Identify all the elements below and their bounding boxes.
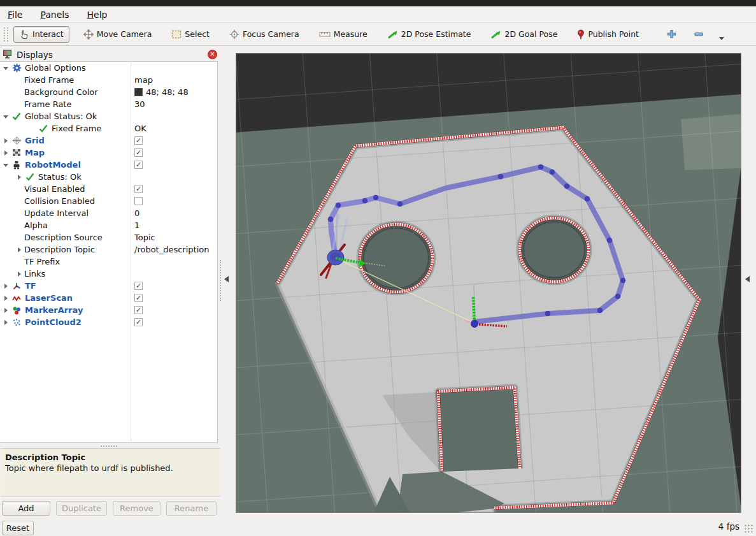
- expander-closed-icon[interactable]: [3, 137, 10, 144]
- row-label: Alpha: [24, 221, 48, 230]
- expander-closed-icon[interactable]: [16, 270, 23, 277]
- tree-row-background-color[interactable]: Background Color48; 48; 48: [0, 86, 217, 98]
- row-value-cell: ✓: [131, 306, 217, 314]
- tree-row-update-interval[interactable]: Update Interval0: [0, 207, 217, 219]
- render-viewport[interactable]: [236, 53, 741, 513]
- add-tool-button[interactable]: [663, 26, 680, 42]
- property-value[interactable]: OK: [134, 124, 146, 133]
- expander-closed-icon[interactable]: [3, 149, 10, 156]
- tool-focus-camera[interactable]: Focus Camera: [224, 26, 305, 43]
- tree-row-robotmodel[interactable]: RobotModel✓: [0, 159, 217, 171]
- property-value[interactable]: 30: [134, 99, 145, 109]
- expander-spacer: [16, 198, 23, 205]
- menu-panels[interactable]: Panels: [40, 10, 69, 20]
- laserscan-icon: [11, 293, 22, 303]
- expander-spacer: [29, 125, 36, 132]
- tool-publish-point[interactable]: Publish Point: [571, 26, 645, 43]
- row-value-cell: OK: [131, 124, 217, 133]
- check-icon: [38, 124, 49, 134]
- tool-2d-goal-pose[interactable]: 2D Goal Pose: [485, 26, 563, 42]
- right-panel-collapse-icon[interactable]: [745, 276, 750, 282]
- enable-checkbox[interactable]: ✓: [134, 185, 143, 193]
- row-value-cell: /robot_description: [131, 245, 217, 254]
- tool-2d-pose-estimate[interactable]: 2D Pose Estimate: [382, 26, 477, 42]
- property-value[interactable]: 1: [134, 221, 139, 230]
- focus-camera-icon: [229, 29, 239, 40]
- row-label: PointCloud2: [25, 317, 82, 327]
- tree-row-collision-enabled[interactable]: Collision Enabled: [0, 195, 217, 207]
- toolbar-overflow-arrow-icon[interactable]: [719, 37, 724, 40]
- property-value[interactable]: Topic: [134, 233, 155, 242]
- tool-move-camera[interactable]: Move Camera: [78, 26, 158, 43]
- window-resize-grip[interactable]: [744, 524, 753, 533]
- row-label: LaserScan: [25, 293, 73, 303]
- color-swatch[interactable]: [134, 88, 143, 96]
- enable-checkbox[interactable]: ✓: [134, 294, 143, 302]
- expander-open-icon[interactable]: [3, 113, 10, 120]
- tree-row-links[interactable]: Links: [0, 268, 217, 280]
- tree-row-map[interactable]: Map✓: [0, 147, 217, 159]
- tree-row-description-topic[interactable]: Description Topic/robot_description: [0, 243, 217, 256]
- expander-closed-icon[interactable]: [3, 307, 10, 314]
- tree-row-tf-prefix[interactable]: TF Prefix: [0, 256, 217, 268]
- tree-row-markerarray[interactable]: MarkerArray✓: [0, 304, 217, 316]
- row-label-cell: TF: [0, 281, 131, 291]
- rename-button[interactable]: Rename: [166, 501, 217, 516]
- row-value-cell: ✓: [131, 185, 217, 193]
- expander-closed-icon[interactable]: [3, 319, 10, 326]
- expander-closed-icon[interactable]: [3, 282, 10, 289]
- panel-splitter-handle[interactable]: [101, 445, 117, 447]
- tree-row-fixed-frame[interactable]: Fixed Framemap: [0, 74, 217, 86]
- property-value[interactable]: 48; 48; 48: [146, 87, 189, 97]
- map-icon: [11, 148, 22, 158]
- property-value[interactable]: 0: [134, 208, 139, 218]
- tool-label: Measure: [334, 29, 367, 39]
- expander-closed-icon[interactable]: [3, 294, 10, 301]
- tree-row-alpha[interactable]: Alpha1: [0, 219, 217, 231]
- enable-checkbox[interactable]: ✓: [134, 148, 143, 157]
- enable-checkbox[interactable]: ✓: [134, 318, 143, 326]
- add-button[interactable]: Add: [2, 501, 50, 516]
- tool-interact[interactable]: Interact: [13, 26, 69, 43]
- property-value[interactable]: /robot_description: [134, 245, 209, 254]
- tree-row-global-status-ok[interactable]: Global Status: Ok: [0, 110, 217, 122]
- enable-checkbox[interactable]: ✓: [134, 306, 143, 314]
- tree-row-frame-rate[interactable]: Frame Rate30: [0, 98, 217, 110]
- row-value-cell: ✓: [131, 294, 217, 302]
- tf-origin: [471, 321, 478, 328]
- row-label-cell: Background Color: [0, 87, 131, 97]
- enable-checkbox[interactable]: ✓: [134, 282, 143, 290]
- row-value-cell: ✓: [131, 161, 217, 169]
- tree-row-grid[interactable]: Grid✓: [0, 134, 217, 147]
- tree-row-status-ok[interactable]: Status: Ok: [0, 171, 217, 183]
- expander-closed-icon[interactable]: [16, 246, 23, 253]
- splitter-dots[interactable]: [220, 260, 221, 301]
- tree-row-global-options[interactable]: Global Options: [0, 62, 217, 74]
- tool-select[interactable]: Select: [166, 26, 215, 42]
- tree-row-tf[interactable]: TF✓: [0, 280, 217, 292]
- duplicate-button[interactable]: Duplicate: [56, 501, 107, 516]
- enable-checkbox[interactable]: [134, 197, 143, 205]
- enable-checkbox[interactable]: ✓: [134, 136, 143, 145]
- property-value[interactable]: map: [134, 75, 153, 85]
- enable-checkbox[interactable]: ✓: [134, 161, 143, 169]
- toolbar-drag-handle[interactable]: [4, 27, 8, 41]
- tree-column-divider[interactable]: [131, 61, 131, 443]
- remove-tool-button[interactable]: [690, 29, 708, 40]
- tool-measure[interactable]: Measure: [313, 26, 373, 42]
- menu-file[interactable]: File: [8, 10, 22, 20]
- tree-row-laserscan[interactable]: LaserScan✓: [0, 292, 217, 304]
- expander-closed-icon[interactable]: [16, 173, 23, 180]
- row-label: Status: Ok: [38, 172, 82, 182]
- tree-row-pointcloud2[interactable]: PointCloud2✓: [0, 316, 217, 328]
- left-panel-collapse-icon[interactable]: [224, 276, 229, 282]
- tree-row-description-source[interactable]: Description SourceTopic: [0, 231, 217, 243]
- remove-button[interactable]: Remove: [113, 501, 160, 516]
- reset-button[interactable]: Reset: [2, 521, 34, 535]
- expander-open-icon[interactable]: [3, 161, 10, 168]
- close-icon[interactable]: ×: [208, 50, 217, 59]
- tree-row-visual-enabled[interactable]: Visual Enabled✓: [0, 183, 217, 195]
- menu-help[interactable]: Help: [87, 10, 108, 20]
- tree-row-fixed-frame[interactable]: Fixed FrameOK: [0, 122, 217, 134]
- expander-open-icon[interactable]: [3, 64, 10, 71]
